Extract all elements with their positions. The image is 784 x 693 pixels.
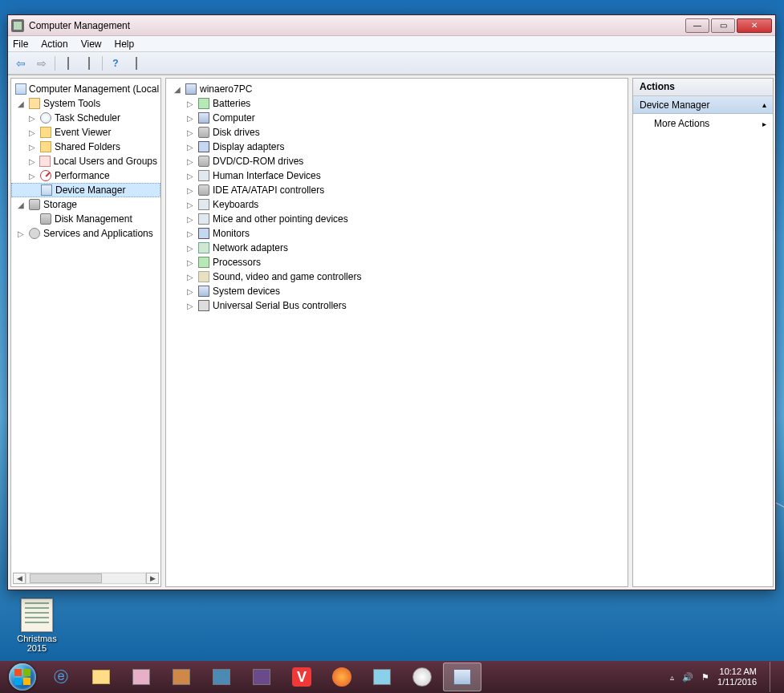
device-root[interactable]: ◢ winaero7PC (171, 82, 623, 96)
expand-icon[interactable]: ▷ (185, 229, 195, 238)
maximize-button[interactable]: ▭ (711, 18, 735, 33)
desktop-icon-christmas[interactable]: Christmas 2015 (9, 598, 65, 653)
expand-icon[interactable]: ▷ (185, 128, 195, 137)
device-category[interactable]: ▷System devices (171, 284, 623, 298)
app-icon (131, 667, 152, 687)
menu-file[interactable]: File (13, 38, 28, 50)
taskbar-explorer[interactable] (82, 663, 120, 691)
scroll-track[interactable] (26, 573, 146, 584)
close-button[interactable]: ✕ (737, 18, 772, 33)
tree-label: Network adapters (213, 242, 288, 253)
titlebar[interactable]: Computer Management — ▭ ✕ (8, 15, 775, 36)
device-icon (197, 198, 210, 211)
expand-icon[interactable]: ▷ (27, 157, 36, 166)
horizontal-scrollbar[interactable]: ◀ ▶ (13, 572, 159, 585)
device-category[interactable]: ▷Computer (171, 111, 623, 125)
start-button[interactable] (3, 661, 42, 693)
forward-button[interactable]: ⇨ (32, 55, 51, 72)
tree-item[interactable]: ▷Task Scheduler (11, 111, 160, 125)
tree-system-tools[interactable]: ◢ System Tools (11, 96, 160, 111)
tree-item[interactable]: ▷Device Manager (11, 183, 160, 197)
tree-storage[interactable]: ◢ Storage (11, 197, 160, 212)
submenu-arrow-icon: ▸ (762, 120, 766, 128)
expand-icon[interactable]: ▷ (185, 99, 195, 108)
clock[interactable]: 10:12 AM 1/11/2016 (717, 667, 757, 687)
taskbar-app4[interactable] (242, 663, 281, 691)
taskbar-app2[interactable] (162, 663, 201, 691)
expand-icon[interactable]: ▷ (185, 244, 195, 253)
expand-icon[interactable]: ▷ (185, 143, 195, 152)
expand-icon[interactable]: ▷ (185, 157, 195, 166)
properties-button[interactable] (79, 55, 99, 72)
expand-icon[interactable]: ▷ (27, 172, 37, 180)
device-icon (197, 169, 210, 182)
expand-icon[interactable]: ▷ (185, 201, 195, 209)
expand-icon[interactable]: ▷ (16, 229, 26, 238)
taskbar-app5[interactable] (363, 663, 401, 691)
device-category[interactable]: ▷Display adapters (171, 140, 623, 154)
scan-button[interactable] (127, 55, 146, 72)
collapse-icon[interactable]: ◢ (16, 99, 26, 108)
collapse-icon[interactable]: ◢ (16, 201, 26, 209)
device-category[interactable]: ▷Disk drives (171, 125, 623, 140)
expand-icon[interactable]: ▷ (185, 258, 195, 267)
app-icon (412, 667, 433, 687)
taskbar-app1[interactable] (122, 663, 160, 691)
device-category[interactable]: ▷Universal Serial Bus controllers (171, 298, 623, 313)
tree-label: DVD/CD-ROM drives (213, 156, 303, 167)
tree-root[interactable]: Computer Management (Local (11, 82, 160, 96)
taskbar-app6[interactable] (403, 663, 441, 691)
device-category[interactable]: ▷Processors (171, 255, 623, 270)
menu-help[interactable]: Help (115, 38, 135, 50)
show-hide-tree-button[interactable] (59, 55, 78, 72)
expand-icon[interactable]: ▷ (185, 172, 195, 180)
menu-action[interactable]: Action (41, 38, 67, 50)
expand-icon[interactable]: ▷ (185, 114, 195, 123)
show-desktop-button[interactable] (770, 662, 778, 692)
device-category[interactable]: ▷Monitors (171, 226, 623, 241)
device-category[interactable]: ▷Mice and other pointing devices (171, 212, 623, 226)
device-category[interactable]: ▷Sound, video and game controllers (171, 270, 623, 284)
help-button[interactable]: ? (106, 55, 125, 72)
device-icon (197, 184, 210, 197)
device-category[interactable]: ▷Keyboards (171, 197, 623, 212)
tree-item[interactable]: ▷Event Viewer (11, 125, 160, 140)
arrow-left-icon: ⇦ (16, 57, 26, 70)
tree-item[interactable]: ▷Local Users and Groups (11, 154, 160, 168)
actions-section[interactable]: Device Manager ▴ (633, 96, 773, 114)
expand-icon[interactable]: ▷ (185, 186, 195, 195)
tree-item[interactable]: ▷Shared Folders (11, 140, 160, 154)
device-category[interactable]: ▷DVD/CD-ROM drives (171, 154, 623, 168)
tree-item[interactable]: ▷Performance (11, 168, 160, 183)
tree-item[interactable]: Disk Management (11, 212, 160, 226)
back-button[interactable]: ⇦ (11, 55, 30, 72)
expand-icon[interactable]: ▷ (185, 302, 195, 310)
taskbar-compmgmt[interactable] (443, 663, 481, 691)
volume-icon[interactable]: 🔊 (682, 672, 693, 683)
device-category[interactable]: ▷Batteries (171, 96, 623, 111)
expand-icon[interactable]: ▷ (185, 215, 195, 224)
flag-icon[interactable]: ⚑ (701, 672, 709, 683)
scroll-thumb[interactable] (30, 573, 102, 583)
device-category[interactable]: ▷IDE ATA/ATAPI controllers (171, 183, 623, 197)
taskbar-vivaldi[interactable]: V (282, 663, 321, 691)
taskbar-app3[interactable] (202, 663, 241, 691)
expand-icon[interactable]: ▷ (27, 114, 37, 123)
collapse-icon[interactable]: ◢ (173, 85, 182, 94)
scroll-right-button[interactable]: ▶ (146, 573, 159, 584)
expand-icon[interactable]: ▷ (27, 143, 37, 152)
tray-overflow-button[interactable]: ▵ (670, 673, 674, 682)
scroll-left-button[interactable]: ◀ (13, 573, 26, 584)
taskbar-firefox[interactable] (323, 663, 361, 691)
expand-icon[interactable]: ▷ (185, 273, 195, 282)
menu-view[interactable]: View (81, 38, 102, 50)
actions-more[interactable]: More Actions ▸ (633, 114, 773, 133)
device-category[interactable]: ▷Network adapters (171, 241, 623, 255)
taskbar-ie[interactable]: ⓔ (42, 663, 80, 691)
app-icon (171, 667, 192, 687)
expand-icon[interactable]: ▷ (27, 128, 37, 137)
minimize-button[interactable]: — (685, 18, 709, 33)
device-category[interactable]: ▷Human Interface Devices (171, 168, 623, 183)
expand-icon[interactable]: ▷ (185, 287, 195, 296)
tree-services[interactable]: ▷ Services and Applications (11, 226, 160, 241)
